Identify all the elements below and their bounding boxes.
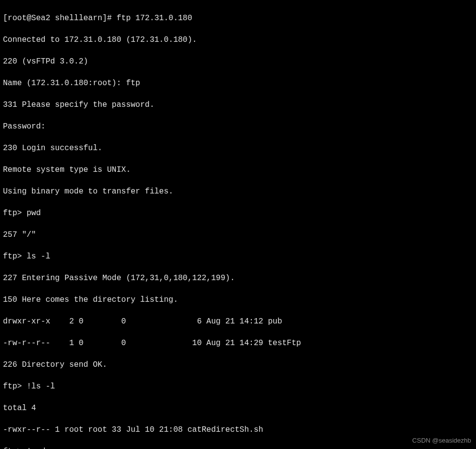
terminal-line: Connected to 172.31.0.180 (172.31.0.180)… [3, 34, 473, 45]
terminal-line: ftp> ls -l [3, 251, 473, 262]
terminal-line: ftp> !pwd [3, 446, 473, 449]
terminal-line: 257 "/" [3, 229, 473, 240]
terminal-line: 150 Here comes the directory listing. [3, 294, 473, 305]
terminal-line: drwxr-xr-x 2 0 0 6 Aug 21 14:12 pub [3, 316, 473, 327]
terminal-line: 331 Please specify the password. [3, 99, 473, 110]
terminal-output[interactable]: [root@Sea2 shelllearn]# ftp 172.31.0.180… [3, 2, 473, 449]
terminal-line: 227 Entering Passive Mode (172,31,0,180,… [3, 273, 473, 284]
terminal-line: total 4 [3, 403, 473, 414]
terminal-line: 226 Directory send OK. [3, 359, 473, 370]
terminal-line: 220 (vsFTPd 3.0.2) [3, 56, 473, 67]
terminal-line: Using binary mode to transfer files. [3, 186, 473, 197]
terminal-line: ftp> pwd [3, 208, 473, 219]
terminal-line: [root@Sea2 shelllearn]# ftp 172.31.0.180 [3, 13, 473, 24]
terminal-line: ftp> !ls -l [3, 381, 473, 392]
terminal-line: Remote system type is UNIX. [3, 164, 473, 175]
terminal-line: -rw-r--r-- 1 0 0 10 Aug 21 14:29 testFtp [3, 338, 473, 349]
terminal-line: -rwxr--r-- 1 root root 33 Jul 10 21:08 c… [3, 424, 473, 435]
terminal-line: Password: [3, 121, 473, 132]
terminal-line: 230 Login successful. [3, 143, 473, 154]
watermark-text: CSDN @seasidezhb [412, 435, 471, 446]
terminal-line: Name (172.31.0.180:root): ftp [3, 78, 473, 89]
